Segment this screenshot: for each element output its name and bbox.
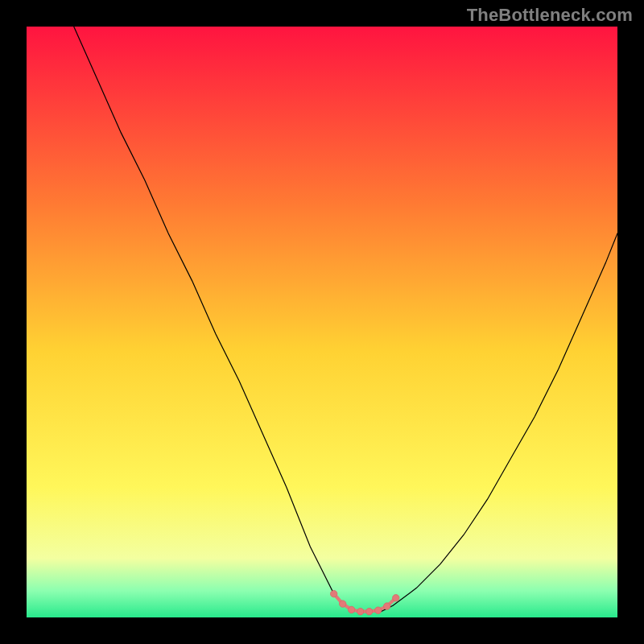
optimal-point bbox=[375, 607, 382, 613]
watermark-text: TheBottleneck.com bbox=[467, 5, 633, 26]
optimal-point bbox=[357, 608, 364, 614]
chart-svg bbox=[27, 27, 617, 617]
optimal-point bbox=[339, 601, 345, 607]
gradient-background bbox=[27, 27, 617, 617]
optimal-point bbox=[384, 603, 390, 609]
optimal-point bbox=[330, 590, 336, 597]
optimal-point bbox=[393, 595, 399, 601]
bottleneck-chart bbox=[27, 27, 617, 617]
chart-frame: TheBottleneck.com bbox=[0, 0, 644, 644]
optimal-point bbox=[366, 608, 373, 614]
optimal-point bbox=[349, 606, 355, 613]
